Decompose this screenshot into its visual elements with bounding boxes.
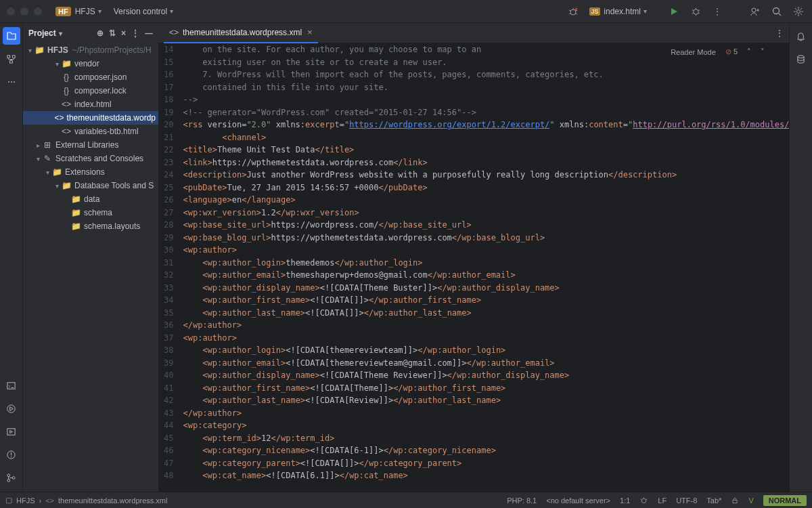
editor-body[interactable]: Reader Mode ⊘ 5 ˄ ˅ 14151617181920212223… — [158, 43, 789, 492]
maximize-window-icon[interactable] — [34, 7, 42, 16]
search-icon[interactable] — [770, 5, 784, 18]
svg-rect-17 — [733, 500, 737, 503]
tree-node[interactable]: ▾📁Extensions — [23, 165, 158, 179]
svg-point-12 — [7, 473, 10, 476]
status-php[interactable]: PHP: 8.1 — [507, 496, 537, 505]
tree-node[interactable]: <>themeunittestdata.wordp — [23, 111, 158, 125]
twisty-icon[interactable]: ▾ — [34, 155, 42, 163]
file-icon: <> — [55, 113, 64, 123]
collapse-all-icon[interactable]: × — [121, 28, 126, 38]
chevron-down-icon[interactable]: ▾ — [59, 30, 62, 37]
select-opened-file-icon[interactable]: ⊕ — [97, 28, 104, 38]
run-button[interactable] — [667, 5, 681, 18]
vcs-tool-button[interactable] — [3, 469, 20, 486]
twisty-icon[interactable]: ▾ — [43, 169, 51, 176]
settings-icon[interactable] — [792, 5, 805, 18]
sidebar-more-icon[interactable]: ⋮ — [131, 28, 139, 38]
tree-label: Database Tools and S — [74, 181, 154, 190]
problems-tool-button[interactable] — [3, 446, 20, 463]
tree-label: themeunittestdata.wordp — [67, 113, 156, 123]
editor-tab[interactable]: <> themeunittestdata.wordpress.xml × — [164, 23, 318, 43]
database-tool-button[interactable] — [792, 50, 810, 68]
vcs-menu[interactable]: Version control ▾ — [114, 7, 173, 16]
next-problem-icon[interactable]: ˅ — [761, 47, 765, 56]
services-tool-button[interactable] — [3, 400, 20, 417]
twisty-icon[interactable]: ▾ — [26, 47, 34, 54]
breadcrumb-project[interactable]: HFJS — [16, 496, 35, 505]
more-tool-button[interactable]: ⋯ — [3, 73, 20, 91]
project-tree[interactable]: ▾ 📁 HFJS ~/PhpstormProjects/H ▾📁vendor{}… — [23, 43, 158, 492]
code-with-me-icon[interactable] — [748, 5, 762, 18]
status-indent[interactable]: Tab* — [706, 496, 721, 505]
tree-node[interactable]: <>variables-btb.html — [23, 125, 158, 138]
tree-label: index.html — [74, 100, 112, 109]
line-gutter[interactable]: 1415161718192021222324252627282930313233… — [158, 43, 183, 492]
debug-button[interactable] — [689, 5, 702, 18]
run-config-selector[interactable]: JS index.html ▾ — [589, 7, 647, 16]
svg-rect-10 — [7, 428, 15, 434]
status-caret-pos[interactable]: 1:1 — [620, 496, 630, 505]
notifications-tool-button[interactable] — [792, 27, 810, 45]
status-server[interactable]: <no default server> — [546, 496, 610, 505]
status-encoding[interactable]: UTF-8 — [676, 496, 697, 505]
tree-node[interactable]: ▾📁Database Tools and S — [23, 179, 158, 192]
code-content[interactable]: on the site. For each author, you may ch… — [183, 43, 789, 492]
file-icon: ⊞ — [42, 140, 53, 150]
tree-node[interactable]: 📁schema.layouts — [23, 219, 158, 233]
svg-point-16 — [642, 499, 647, 503]
tree-node[interactable]: {}composer.lock — [23, 84, 158, 98]
editor-more-icon[interactable]: ⋮ — [775, 28, 784, 38]
close-window-icon[interactable] — [7, 7, 15, 16]
breadcrumb-project-icon: ▢ — [5, 496, 12, 505]
more-actions-icon[interactable]: ⋮ — [710, 5, 724, 18]
editor-area: <> themeunittestdata.wordpress.xml × ⋮ R… — [158, 23, 789, 492]
expand-all-icon[interactable]: ⇅ — [109, 28, 116, 38]
twisty-icon[interactable]: ▾ — [53, 60, 61, 68]
reader-mode-label[interactable]: Reader Mode — [671, 48, 716, 56]
status-line-sep[interactable]: LF — [658, 496, 667, 505]
tree-label: schema.layouts — [84, 221, 140, 231]
minimize-window-icon[interactable] — [20, 7, 28, 16]
twisty-icon[interactable]: ▾ — [53, 182, 61, 190]
svg-point-15 — [798, 55, 804, 58]
tree-node[interactable]: ▾✎Scratches and Consoles — [23, 152, 158, 165]
bug-services-icon[interactable] — [566, 5, 580, 18]
terminal-tool-button[interactable] — [3, 377, 20, 394]
vim-mode-badge: NORMAL — [763, 495, 807, 506]
prev-problem-icon[interactable]: ˄ — [747, 47, 751, 56]
problems-indicator[interactable]: ⊘ 5 — [725, 47, 738, 56]
file-icon: 📁 — [51, 167, 62, 177]
tree-label: variables-btb.html — [74, 127, 139, 136]
close-tab-icon[interactable]: × — [307, 27, 313, 37]
status-inspections-icon[interactable] — [639, 496, 648, 505]
tree-node[interactable]: 📁schema — [23, 206, 158, 219]
tab-title: themeunittestdata.wordpress.xml — [183, 28, 302, 37]
tree-label: Scratches and Consoles — [55, 154, 143, 163]
project-selector[interactable]: HFJS ▾ — [75, 7, 102, 16]
window-controls[interactable] — [7, 7, 42, 16]
tree-node[interactable]: 📁data — [23, 192, 158, 206]
editor-inspections-widget[interactable]: Reader Mode ⊘ 5 ˄ ˅ — [667, 46, 769, 58]
structure-tool-button[interactable] — [3, 50, 20, 68]
svg-point-14 — [12, 476, 15, 479]
vcs-label: Version control — [114, 7, 167, 16]
status-ideavim-icon[interactable]: V — [748, 496, 753, 505]
run-tool-button[interactable] — [3, 423, 20, 440]
project-tool-button[interactable] — [3, 27, 20, 45]
tree-node[interactable]: <>index.html — [23, 98, 158, 111]
tree-node[interactable]: ▸⊞External Libraries — [23, 138, 158, 152]
project-sidebar: Project ▾ ⊕ ⇅ × ⋮ — ▾ 📁 HFJS ~/PhpstormP… — [23, 23, 158, 492]
tree-root[interactable]: ▾ 📁 HFJS ~/PhpstormProjects/H — [23, 43, 158, 57]
hide-sidebar-icon[interactable]: — — [145, 28, 153, 38]
svg-point-1 — [693, 9, 698, 15]
titlebar: HF HFJS ▾ Version control ▾ JS index.htm… — [0, 0, 812, 23]
breadcrumb-file[interactable]: themeunittestdata.wordpress.xml — [58, 496, 167, 505]
svg-point-9 — [7, 404, 15, 412]
twisty-icon[interactable]: ▸ — [34, 142, 42, 149]
status-readonly-icon[interactable] — [731, 496, 739, 505]
tree-node[interactable]: {}composer.json — [23, 70, 158, 84]
tree-node[interactable]: ▾📁vendor — [23, 57, 158, 70]
file-icon: 📁 — [61, 59, 72, 68]
tree-label: composer.json — [74, 72, 127, 82]
chevron-down-icon: ▾ — [644, 7, 647, 15]
